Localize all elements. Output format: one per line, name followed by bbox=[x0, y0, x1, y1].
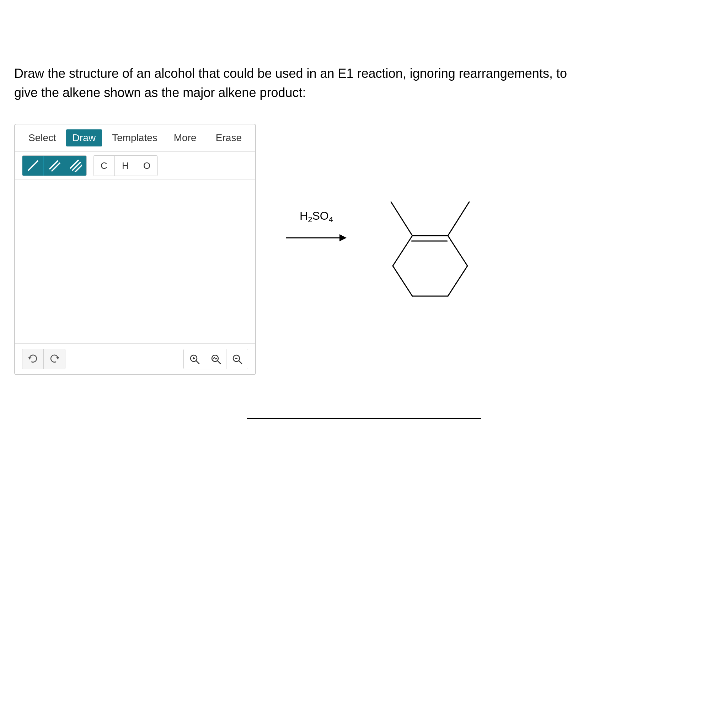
svg-line-11 bbox=[217, 361, 220, 364]
hydrogen-button[interactable]: H bbox=[115, 156, 136, 176]
svg-line-22 bbox=[393, 266, 412, 296]
bottom-bar bbox=[15, 343, 255, 374]
svg-line-2 bbox=[52, 163, 60, 171]
svg-line-3 bbox=[70, 160, 78, 168]
undo-button[interactable] bbox=[22, 349, 44, 369]
svg-line-20 bbox=[448, 266, 468, 296]
svg-line-4 bbox=[72, 162, 81, 171]
svg-line-1 bbox=[49, 161, 58, 169]
reaction-arrow bbox=[284, 228, 348, 246]
atom-group: C H O bbox=[93, 155, 158, 176]
reaction-catalyst: H2SO4 bbox=[300, 210, 333, 224]
bond-group bbox=[22, 155, 87, 176]
svg-line-14 bbox=[239, 361, 242, 364]
more-button[interactable]: More bbox=[167, 129, 203, 147]
product-structure bbox=[362, 145, 491, 310]
zoom-in-button[interactable] bbox=[184, 349, 205, 369]
svg-line-9 bbox=[196, 361, 199, 364]
carbon-button[interactable]: C bbox=[93, 156, 115, 176]
triple-bond-button[interactable] bbox=[65, 156, 86, 176]
svg-line-25 bbox=[391, 202, 412, 236]
select-button[interactable]: Select bbox=[22, 129, 63, 147]
svg-line-23 bbox=[393, 236, 412, 266]
svg-line-0 bbox=[28, 161, 38, 171]
toolbar: Select Draw Templates More Erase bbox=[15, 124, 255, 152]
horizontal-rule bbox=[247, 418, 481, 419]
bond-tools: C H O bbox=[15, 152, 255, 180]
oxygen-button[interactable]: O bbox=[136, 156, 158, 176]
reaction-arrow-area: H2SO4 bbox=[284, 210, 348, 246]
history-group bbox=[22, 349, 66, 369]
templates-button[interactable]: Templates bbox=[106, 129, 164, 147]
redo-button[interactable] bbox=[44, 349, 65, 369]
zoom-reset-button[interactable] bbox=[205, 349, 226, 369]
single-bond-button[interactable] bbox=[22, 156, 44, 176]
erase-button[interactable]: Erase bbox=[210, 129, 248, 147]
canvas-area[interactable] bbox=[15, 180, 255, 343]
main-area: Select Draw Templates More Erase bbox=[14, 124, 714, 375]
svg-line-19 bbox=[448, 236, 468, 266]
zoom-group bbox=[184, 349, 248, 369]
zoom-out-button[interactable] bbox=[226, 349, 248, 369]
question-text: Draw the structure of an alcohol that co… bbox=[14, 64, 583, 102]
svg-line-24 bbox=[448, 202, 469, 236]
draw-button[interactable]: Draw bbox=[66, 129, 102, 147]
double-bond-button[interactable] bbox=[44, 156, 65, 176]
svg-marker-16 bbox=[340, 234, 347, 242]
chem-area: H2SO4 bbox=[284, 145, 491, 310]
draw-panel: Select Draw Templates More Erase bbox=[14, 124, 256, 375]
